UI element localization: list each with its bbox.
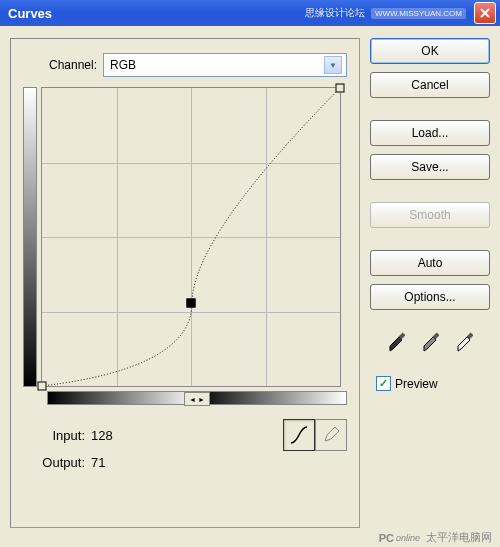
input-label: Input: [23, 428, 85, 443]
preview-checkbox[interactable]: ✓ [376, 376, 391, 391]
save-button[interactable]: Save... [370, 154, 490, 180]
input-value: 128 [91, 428, 131, 443]
curve-graph[interactable] [41, 87, 341, 387]
dialog-body: Channel: RGB ▼ [0, 26, 500, 547]
pencil-icon [323, 427, 339, 443]
options-button[interactable]: Options... [370, 284, 490, 310]
output-value: 71 [91, 455, 131, 470]
eyedropper-group [370, 330, 490, 354]
channel-label: Channel: [49, 58, 97, 72]
curve-mode-button[interactable] [283, 419, 315, 451]
auto-button[interactable]: Auto [370, 250, 490, 276]
curve-path [42, 88, 340, 386]
channel-select[interactable]: RGB ▼ [103, 53, 347, 77]
close-button[interactable] [474, 2, 496, 24]
channel-value: RGB [110, 58, 136, 72]
horizontal-gradient[interactable]: ◄ ► [47, 391, 347, 405]
smooth-curve-icon [289, 425, 309, 445]
watermark-top: 思缘设计论坛 WWW.MISSYUAN.COM [305, 6, 466, 20]
smooth-button: Smooth [370, 202, 490, 228]
close-icon [480, 8, 490, 18]
gradient-midpoint-handle[interactable]: ◄ ► [184, 392, 210, 406]
window-title: Curves [8, 6, 305, 21]
curve-panel: Channel: RGB ▼ [10, 38, 360, 528]
control-point[interactable] [336, 84, 345, 93]
control-point[interactable] [187, 298, 196, 307]
pencil-mode-button[interactable] [315, 419, 347, 451]
watermark-bottom: PConline 太平洋电脑网 [379, 530, 492, 545]
vertical-gradient [23, 87, 37, 387]
control-point[interactable] [38, 382, 47, 391]
output-label: Output: [23, 455, 85, 470]
preview-label: Preview [395, 377, 438, 391]
load-button[interactable]: Load... [370, 120, 490, 146]
ok-button[interactable]: OK [370, 38, 490, 64]
white-point-eyedropper-icon[interactable] [455, 330, 473, 354]
titlebar: Curves 思缘设计论坛 WWW.MISSYUAN.COM [0, 0, 500, 26]
chevron-down-icon: ▼ [324, 56, 342, 74]
button-panel: OK Cancel Load... Save... Smooth Auto Op… [370, 38, 490, 535]
cancel-button[interactable]: Cancel [370, 72, 490, 98]
gray-point-eyedropper-icon[interactable] [421, 330, 439, 354]
black-point-eyedropper-icon[interactable] [387, 330, 405, 354]
